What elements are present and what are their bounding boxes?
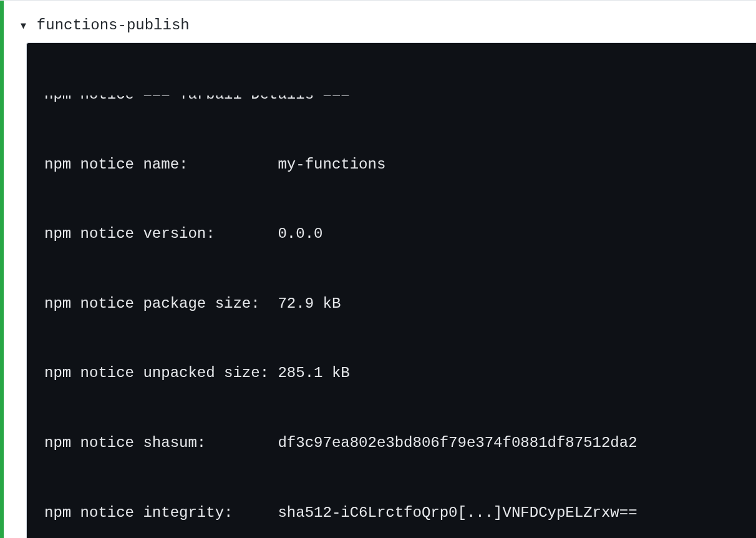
- log-line: npm notice shasum: df3c97ea802e3bd806f79…: [44, 431, 739, 454]
- log-line: npm notice unpacked size: 285.1 kB: [44, 361, 739, 384]
- step-header-toggle[interactable]: ▼ functions-publish: [4, 11, 756, 42]
- log-line: npm notice package size: 72.9 kB: [44, 292, 739, 315]
- log-line: npm notice version: 0.0.0: [44, 222, 739, 245]
- log-line: npm notice === Tarball Details ===: [44, 95, 350, 106]
- caret-down-icon: ▼: [19, 20, 28, 31]
- log-line: npm notice integrity: sha512-iC6LrctfoQr…: [44, 501, 739, 524]
- log-output[interactable]: npm notice === Tarball Details === npm n…: [26, 42, 756, 538]
- step-outer: ▼ functions-publish npm notice === Tarba…: [0, 0, 756, 538]
- step-title: functions-publish: [37, 17, 190, 34]
- log-line: npm notice name: my-functions: [44, 153, 739, 176]
- log-line-partial: npm notice === Tarball Details ===: [44, 95, 739, 106]
- step-container: ▼ functions-publish npm notice === Tarba…: [0, 1, 756, 538]
